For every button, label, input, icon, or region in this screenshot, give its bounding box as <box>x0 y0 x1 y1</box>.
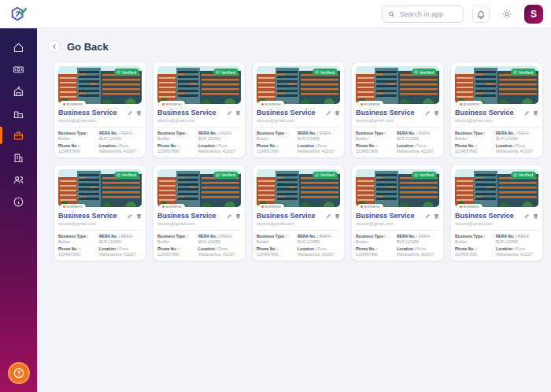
delete-icon[interactable] <box>434 110 439 116</box>
notifications-button[interactable] <box>472 6 490 23</box>
detail-business-type: Business Type : Builder <box>157 234 194 244</box>
business-name: Business Service <box>356 109 415 117</box>
business-card[interactable]: Verified BUSINESS Business Service skyco… <box>54 165 146 261</box>
detail-label: Phone No. : <box>157 246 179 251</box>
logo-chip-label: BUSINESS <box>364 102 380 106</box>
business-card[interactable]: Verified BUSINESS Business Service skyco… <box>153 61 246 158</box>
edit-icon[interactable] <box>128 110 133 116</box>
logo-dot-icon <box>63 205 65 208</box>
detail-business-type: Business Type : Builder <box>257 234 294 244</box>
business-card[interactable]: Verified BUSINESS Business Service skyco… <box>351 61 444 158</box>
sidebar <box>0 28 37 392</box>
delete-icon[interactable] <box>136 110 142 116</box>
detail-value: 1234567890 <box>157 149 179 153</box>
detail-value: 1234567890 <box>257 149 279 153</box>
business-card[interactable]: Verified BUSINESS Business Service skyco… <box>351 165 444 261</box>
delete-icon[interactable] <box>235 110 241 116</box>
detail-rera-no: RERA No. : RERA-BLR-123456 <box>397 234 439 244</box>
card-heading-group: Business Service skycon@gmail.com <box>58 109 117 123</box>
delete-icon[interactable] <box>235 213 241 219</box>
business-logo-chip: BUSINESS <box>60 204 86 210</box>
edit-icon[interactable] <box>524 213 530 219</box>
business-card[interactable]: Verified BUSINESS Business Service skyco… <box>54 61 146 158</box>
card-media: Verified BUSINESS <box>157 169 241 207</box>
go-back-button[interactable] <box>48 40 61 53</box>
settings-button[interactable] <box>498 6 516 23</box>
search-box[interactable] <box>382 6 464 23</box>
sidebar-item-payments[interactable] <box>0 58 37 80</box>
sidebar-item-services[interactable] <box>0 124 37 146</box>
detail-value: Builder <box>257 136 269 141</box>
check-circle-icon <box>216 70 220 74</box>
edit-icon[interactable] <box>227 213 232 219</box>
logo-dot-icon <box>361 205 363 208</box>
card-actions <box>425 213 439 219</box>
sidebar-item-properties[interactable] <box>0 102 37 124</box>
business-card[interactable]: Verified BUSINESS Business Service skyco… <box>252 165 345 261</box>
business-card[interactable]: Verified BUSINESS Business Service skyco… <box>252 61 345 158</box>
app-logo-icon[interactable] <box>9 6 27 23</box>
delete-icon[interactable] <box>533 110 538 116</box>
detail-value: 1234567890 <box>58 252 80 257</box>
edit-icon[interactable] <box>524 110 530 116</box>
detail-location: Location : Pune, Maharashtra, 411007 <box>298 246 340 257</box>
detail-label: Phone No. : <box>356 143 378 148</box>
sidebar-item-company[interactable] <box>0 146 37 168</box>
edit-icon[interactable] <box>128 213 133 219</box>
delete-icon[interactable] <box>335 213 340 219</box>
search-input[interactable] <box>398 9 457 19</box>
topbar: S <box>0 0 551 28</box>
logo-dot-icon <box>261 103 264 105</box>
business-logo-chip: BUSINESS <box>258 204 284 210</box>
status-badge: Verified <box>312 172 338 179</box>
avatar[interactable]: S <box>524 5 543 24</box>
delete-icon[interactable] <box>335 110 340 116</box>
sidebar-item-bank[interactable] <box>0 80 37 102</box>
card-actions <box>425 110 439 116</box>
edit-icon[interactable] <box>425 213 431 219</box>
card-media: Verified BUSINESS <box>58 66 142 104</box>
briefcase-icon <box>13 130 24 142</box>
help-button[interactable] <box>8 362 30 384</box>
sidebar-item-home[interactable] <box>0 36 37 58</box>
detail-rera-no: RERA No. : RERA-BLR-123456 <box>397 131 439 141</box>
page-title: Go Back <box>67 41 109 53</box>
business-logo-chip: BUSINESS <box>159 204 185 210</box>
edit-icon[interactable] <box>326 213 331 219</box>
business-card[interactable]: Verified BUSINESS Business Service skyco… <box>153 165 246 261</box>
detail-label: Business Type : <box>157 234 187 239</box>
verified-label: Verified <box>420 172 434 177</box>
card-heading-group: Business Service skycon@gmail.com <box>455 109 514 123</box>
delete-icon[interactable] <box>533 213 538 219</box>
card-title-row: Business Service skycon@gmail.com <box>58 213 142 226</box>
business-card[interactable]: Verified BUSINESS Business Service skyco… <box>450 165 543 261</box>
card-actions <box>227 110 241 116</box>
detail-label: Business Type : <box>257 234 287 239</box>
delete-icon[interactable] <box>434 213 439 219</box>
status-badge: Verified <box>312 68 338 76</box>
card-actions <box>128 213 142 219</box>
business-card[interactable]: Verified BUSINESS Business Service skyco… <box>450 61 543 158</box>
sidebar-item-info[interactable] <box>0 190 37 213</box>
detail-rera-no: RERA No. : RERA-BLR-123456 <box>99 234 142 244</box>
detail-label: Location : <box>397 246 416 251</box>
delete-icon[interactable] <box>136 213 142 219</box>
card-divider <box>157 230 241 231</box>
card-media: Verified BUSINESS <box>58 169 142 207</box>
detail-label: Phone No. : <box>455 143 477 148</box>
edit-icon[interactable] <box>227 110 232 116</box>
detail-rera-no: RERA No. : RERA-BLR-123456 <box>496 131 538 141</box>
detail-location: Location : Pune, Maharashtra, 411007 <box>99 143 142 153</box>
company-building-icon <box>13 152 24 164</box>
detail-location: Location : Pune, Maharashtra, 411007 <box>397 143 439 153</box>
detail-label: Business Type : <box>455 131 485 135</box>
card-title-row: Business Service skycon@gmail.com <box>157 213 241 226</box>
edit-icon[interactable] <box>326 110 331 116</box>
sidebar-item-users[interactable] <box>0 168 37 190</box>
edit-icon[interactable] <box>425 110 431 116</box>
verified-label: Verified <box>519 172 533 177</box>
detail-phone-no: Phone No. : 1234567890 <box>455 143 492 153</box>
card-actions <box>326 110 340 116</box>
business-email: skycon@gmail.com <box>257 221 316 226</box>
card-heading-group: Business Service skycon@gmail.com <box>257 213 316 226</box>
